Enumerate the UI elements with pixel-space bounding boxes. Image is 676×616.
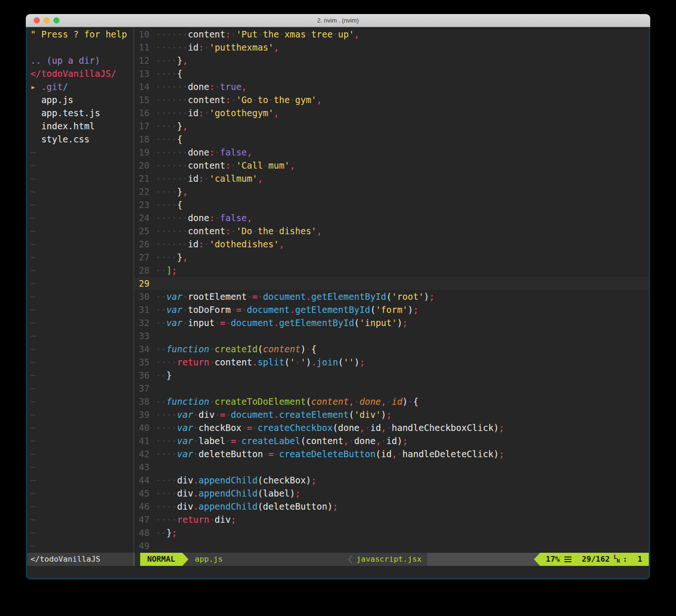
code-line[interactable]: 20······content:·'Call·mum', [134, 159, 649, 172]
line-number: 46 [134, 500, 156, 513]
code-line[interactable]: 49 [134, 539, 649, 552]
line-number: 29 [134, 277, 156, 290]
empty-line-tilde: ~ [27, 474, 134, 487]
code-line[interactable]: 30··var·rootElement·=·document.getElemen… [134, 290, 649, 303]
token: · [231, 95, 236, 105]
token: div [177, 501, 193, 512]
code-line[interactable]: 47····return·div; [134, 513, 649, 526]
line-number: 23 [134, 198, 156, 211]
line-number: 49 [134, 539, 156, 552]
command-line[interactable] [27, 566, 649, 578]
token: to [257, 95, 268, 105]
code-line[interactable]: 36··} [134, 369, 649, 382]
token: = [268, 449, 273, 459]
code-line[interactable]: 42····var·deleteButton·=·createDeleteBut… [134, 447, 649, 460]
terminal-window: 2. nvim . (nvim) " Press ? for help.. (u… [26, 14, 650, 579]
token: · [193, 423, 198, 433]
code-line[interactable]: 37 [134, 382, 649, 395]
token: . [193, 488, 198, 498]
code-line[interactable]: 38··function·createToDoElement(content,·… [134, 395, 649, 408]
token: = [231, 436, 236, 446]
token: ) [424, 291, 429, 302]
code-line[interactable]: 25······content:·'Do·the·dishes', [134, 224, 649, 237]
token: ] [166, 265, 172, 275]
token: ·· [156, 370, 166, 380]
token: · [306, 344, 311, 354]
code-line[interactable]: 28··]; [134, 264, 649, 277]
token: (up a dir) [46, 55, 100, 66]
token: deleteButton [199, 449, 263, 459]
code-line[interactable]: 34··function·createId(content)·{ [134, 342, 649, 356]
code-line[interactable]: 24······done:·false, [134, 211, 649, 224]
tree-root[interactable]: </todoVanillaJS/ [27, 67, 134, 80]
token: ~ [30, 186, 36, 197]
tree-item-app-test-js[interactable]: app.test.js [27, 106, 134, 119]
code-line[interactable]: 44····div.appendChild(checkBox); [134, 474, 649, 487]
token: ···· [156, 134, 177, 144]
token: , [343, 436, 348, 446]
code-line[interactable]: 39····var·div·=·document.createElement('… [134, 408, 649, 421]
token: , [274, 42, 279, 52]
tree-item-up-dir[interactable]: .. (up a dir) [27, 54, 134, 67]
token: · [204, 42, 209, 52]
code-line[interactable]: 16······id:·'gotothegym', [134, 106, 649, 119]
empty-line-tilde: ~ [27, 185, 134, 198]
token: 'div' [354, 409, 381, 420]
token: , [376, 436, 381, 446]
token: , [316, 95, 322, 105]
code-line[interactable]: 26······id:·'dothedishes', [134, 237, 649, 251]
code-line[interactable]: 19······done:·false, [134, 146, 649, 159]
token: ) [402, 396, 407, 407]
token: ~ [30, 291, 36, 302]
token: · [215, 409, 220, 420]
tree-item-style-css[interactable]: style.css [27, 133, 134, 146]
token: createLabel [241, 436, 300, 446]
token: ~ [30, 409, 36, 420]
code-line[interactable]: 40····var·checkBox·=·createCheckbox(done… [134, 421, 649, 434]
code-line[interactable]: 23····{ [134, 198, 649, 211]
token: ······ [156, 226, 188, 236]
token: mum' [268, 160, 290, 171]
code-line[interactable]: 15······content:·'Go·to·the·gym', [134, 93, 649, 106]
code-line[interactable]: 10······content:·'Put·the·xmas·tree·up', [134, 28, 649, 41]
code-line[interactable]: 41····var·label·=·createLabel(content,·d… [134, 434, 649, 447]
token: ······ [156, 82, 188, 92]
tree-item-index-html[interactable]: index.html [27, 119, 134, 133]
code-line[interactable]: 22····}, [134, 185, 649, 198]
code-line[interactable]: 11······id:·'putthexmas', [134, 41, 649, 54]
code-line[interactable]: 18····{ [134, 133, 649, 146]
titlebar[interactable]: 2. nvim . (nvim) [26, 14, 650, 27]
token: } [166, 527, 172, 538]
code-line[interactable]: 46····div.appendChild(deleteButton); [134, 500, 649, 513]
code-line[interactable]: 14······done:·true, [134, 80, 649, 93]
tree-item-app-js[interactable]: app.js [27, 93, 134, 106]
tree-statusline: </todoVanillaJS [27, 553, 134, 566]
code-line[interactable]: 35····return·content.split('·').join('')… [134, 356, 649, 369]
token: input [188, 318, 215, 328]
code-line[interactable]: 27····}, [134, 251, 649, 264]
code-line[interactable]: 12····}, [134, 54, 649, 67]
code-line[interactable]: 45····div.appendChild(label); [134, 487, 649, 500]
code-line[interactable]: 21······id:·'callmum', [134, 172, 649, 185]
code-line[interactable]: 48··}; [134, 526, 649, 539]
code-line[interactable]: 17····}, [134, 119, 649, 133]
code-line[interactable]: 29 [134, 277, 649, 290]
code-line[interactable]: 32··var·input·=·document.getElementById(… [134, 316, 649, 329]
token: ······ [156, 213, 188, 223]
code-line[interactable]: 43 [134, 460, 649, 474]
token: var [177, 423, 193, 433]
code-line[interactable]: 13····{ [134, 67, 649, 80]
empty-line-tilde: ~ [27, 487, 134, 500]
tree-item-git[interactable]: ▸ .git/ [27, 80, 134, 93]
token: · [231, 29, 236, 39]
token: : [209, 213, 214, 223]
line-number: 47 [134, 513, 156, 526]
token: 'Do [236, 226, 252, 236]
code-line[interactable]: 31··var·toDoForm·=·document.getElementBy… [134, 303, 649, 316]
nvim-screen: " Press ? for help.. (up a dir)</todoVan… [27, 27, 649, 578]
line-number: 28 [134, 264, 156, 277]
file-tree[interactable]: " Press ? for help.. (up a dir)</todoVan… [27, 27, 134, 553]
token: ; [172, 265, 177, 275]
code-editor[interactable]: 10······content:·'Put·the·xmas·tree·up',… [134, 27, 649, 553]
code-line[interactable]: 33 [134, 329, 649, 342]
